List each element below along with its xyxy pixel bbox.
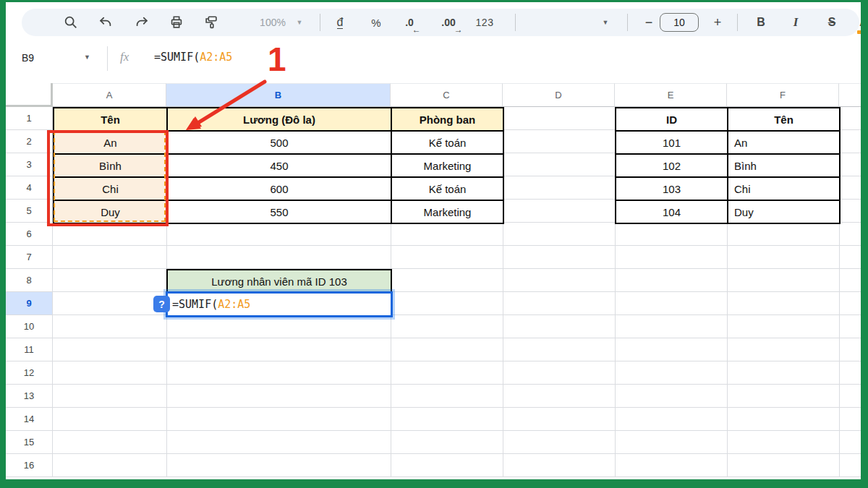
- cell-f4[interactable]: Chi: [728, 178, 841, 201]
- percent-format-button[interactable]: %: [366, 9, 386, 36]
- percent-icon: %: [371, 17, 380, 29]
- toolbar-divider: [515, 14, 516, 31]
- column-header-f[interactable]: F: [727, 83, 839, 107]
- window-frame: 100% ▼ đ % .0← .00→ 123 ▼ − 10 +: [0, 0, 868, 488]
- text-color-icon: A: [859, 16, 861, 29]
- cell-e1[interactable]: ID: [616, 108, 728, 132]
- cell-f3[interactable]: Bình: [728, 155, 841, 178]
- employee-table: Tên Lương (Đô la) Phòng ban An 500 Kế to…: [53, 107, 504, 224]
- row-header-16[interactable]: 16: [6, 454, 53, 477]
- cell-f5[interactable]: Duy: [728, 201, 841, 224]
- number-format-icon: 123: [476, 17, 494, 28]
- decrease-font-size-button[interactable]: −: [639, 9, 659, 36]
- toolbar: 100% ▼ đ % .0← .00→ 123 ▼ − 10 +: [22, 9, 859, 36]
- cell-b4[interactable]: 600: [168, 178, 392, 201]
- search-icon[interactable]: [61, 9, 81, 36]
- text-color-button[interactable]: A: [854, 9, 861, 36]
- currency-format-button[interactable]: đ: [330, 9, 350, 36]
- font-size-value: 10: [673, 17, 685, 28]
- zoom-select[interactable]: 100%: [252, 9, 294, 36]
- cell-c2[interactable]: Kế toán: [392, 132, 504, 155]
- row-header-2[interactable]: 2: [6, 130, 53, 153]
- cell-e2[interactable]: 101: [616, 132, 728, 155]
- column-header-partial[interactable]: [839, 83, 861, 107]
- cell-e5[interactable]: 104: [616, 201, 728, 224]
- cell-a5[interactable]: Duy: [54, 201, 168, 224]
- annotation-step-number: 1: [268, 40, 286, 79]
- select-all-corner[interactable]: [6, 83, 53, 107]
- formula-text: =SUMIF(: [154, 51, 200, 64]
- row-header-7[interactable]: 7: [6, 246, 53, 269]
- row-header-8[interactable]: 8: [6, 269, 53, 292]
- print-icon[interactable]: [166, 9, 187, 36]
- toolbar-divider: [627, 14, 628, 31]
- row-header-4[interactable]: 4: [6, 176, 53, 200]
- cell-b1[interactable]: Lương (Đô la): [168, 108, 392, 132]
- cell-e4[interactable]: 103: [616, 178, 728, 201]
- fx-icon: fx: [120, 50, 129, 64]
- row-header-11[interactable]: 11: [6, 338, 53, 361]
- cell-c4[interactable]: Kế toán: [392, 178, 504, 201]
- id-table: ID Tên 101 An 102 Bình 103 Chi 104 Duy: [615, 107, 841, 224]
- cell-c1[interactable]: Phòng ban: [392, 108, 504, 132]
- name-box-caret-icon[interactable]: ▼: [84, 53, 90, 61]
- bold-icon: B: [757, 16, 765, 29]
- column-header-e[interactable]: E: [615, 83, 727, 107]
- increase-font-size-button[interactable]: +: [707, 9, 728, 36]
- cell-a1[interactable]: Tên: [54, 108, 168, 132]
- spreadsheet-app: 100% ▼ đ % .0← .00→ 123 ▼ − 10 +: [6, 2, 861, 479]
- row-header-10[interactable]: 10: [6, 315, 53, 338]
- cell-b5[interactable]: 550: [168, 201, 392, 224]
- zoom-caret-icon[interactable]: ▼: [294, 9, 305, 36]
- number-format-button[interactable]: 123: [472, 9, 498, 36]
- increase-decimal-button[interactable]: .00→: [437, 9, 460, 36]
- plus-icon: +: [714, 15, 722, 30]
- b9-formula-text: =SUMIF(: [172, 298, 218, 311]
- row-header-13[interactable]: 13: [6, 385, 53, 408]
- paint-format-icon[interactable]: [201, 9, 221, 36]
- minus-icon: −: [645, 15, 653, 30]
- italic-icon: I: [793, 15, 799, 30]
- row-header-14[interactable]: 14: [6, 408, 53, 431]
- increase-decimal-icon: .00→: [441, 17, 455, 28]
- decrease-decimal-button[interactable]: .0←: [399, 9, 420, 36]
- font-size-input[interactable]: 10: [660, 13, 699, 32]
- cell-b3[interactable]: 450: [168, 155, 392, 178]
- cell-a4[interactable]: Chi: [54, 178, 168, 201]
- row-header-12[interactable]: 12: [6, 361, 53, 385]
- name-box[interactable]: B9: [22, 52, 34, 64]
- cell-b9-formula-editor[interactable]: =SUMIF(A2:A5: [166, 291, 393, 317]
- cell-f2[interactable]: An: [728, 132, 841, 155]
- formula-help-badge[interactable]: ?: [153, 296, 170, 312]
- toolbar-divider: [320, 14, 320, 31]
- cell-a2[interactable]: An: [54, 132, 168, 155]
- zoom-value: 100%: [260, 17, 286, 28]
- strikethrough-button[interactable]: S: [822, 9, 842, 36]
- cell-c3[interactable]: Marketing: [392, 155, 504, 178]
- row-header-5[interactable]: 5: [6, 200, 53, 223]
- cell-b8-title[interactable]: Lương nhân viên mã ID 103: [166, 269, 392, 294]
- cell-c5[interactable]: Marketing: [392, 201, 504, 224]
- column-header-b[interactable]: B: [166, 83, 391, 107]
- row-header-9[interactable]: 9: [6, 292, 53, 315]
- cell-e3[interactable]: 102: [616, 155, 728, 178]
- cell-b2[interactable]: 500: [168, 132, 392, 155]
- row-header-1[interactable]: 1: [6, 107, 53, 130]
- column-header-d[interactable]: D: [503, 83, 615, 107]
- row-header-15[interactable]: 15: [6, 431, 53, 454]
- italic-button[interactable]: I: [786, 9, 806, 36]
- strikethrough-icon: S: [828, 16, 836, 29]
- formula-bar: B9 ▼ fx =SUMIF(A2:A5: [6, 38, 861, 83]
- formula-input[interactable]: =SUMIF(A2:A5: [154, 51, 232, 64]
- row-header-6[interactable]: 6: [6, 223, 53, 246]
- column-header-c[interactable]: C: [391, 83, 503, 107]
- row-header-3[interactable]: 3: [6, 153, 53, 176]
- redo-icon[interactable]: [132, 9, 152, 36]
- cell-f1[interactable]: Tên: [728, 108, 841, 132]
- cell-a3[interactable]: Bình: [54, 155, 168, 178]
- column-header-a[interactable]: A: [53, 83, 166, 107]
- decrease-decimal-icon: .0←: [405, 17, 414, 28]
- undo-icon[interactable]: [95, 9, 116, 36]
- font-family-caret-icon[interactable]: ▼: [599, 9, 612, 36]
- bold-button[interactable]: B: [751, 9, 771, 36]
